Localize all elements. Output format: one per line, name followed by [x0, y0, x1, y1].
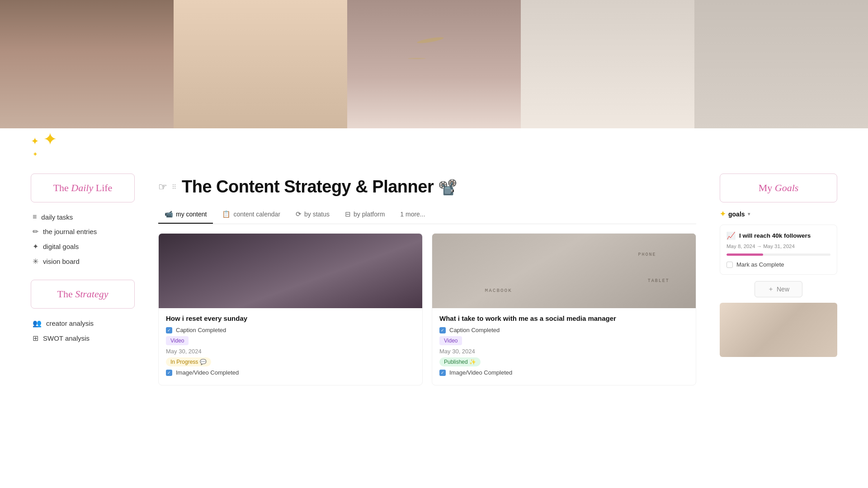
goals-header[interactable]: ✦ goals ▾ — [720, 210, 837, 218]
card-date-2: May 30, 2024 — [439, 348, 689, 355]
drag-handle-icon: ⠿ — [172, 183, 176, 191]
sidebar-item-label: SWOT analysis — [43, 334, 90, 342]
sparkle-decoration: ✦ ✦ ✦ — [0, 128, 868, 164]
goals-section: ✦ goals ▾ 📈 I will reach 40k followers M… — [720, 210, 837, 357]
tab-by-platform[interactable]: ⊟ by platform — [339, 206, 391, 224]
hero-image-5 — [694, 0, 868, 128]
goal-item-1: 📈 I will reach 40k followers May 8, 2024… — [720, 225, 837, 275]
goal-progress-bar-1 — [726, 253, 830, 256]
hero-image-4 — [521, 0, 694, 128]
tab-more[interactable]: 1 more... — [394, 206, 431, 223]
sidebar-item-swot-analysis[interactable]: ⊞ SWOT analysis — [31, 331, 135, 346]
platform-icon: ⊟ — [345, 210, 351, 218]
strategy-title: The Strategy — [57, 288, 108, 300]
tab-content-calendar[interactable]: 📋 content calendar — [216, 206, 287, 224]
page-title-row: ☞ ⠿ The Content Strategy & Planner 📽️ — [158, 164, 696, 206]
card-tag-1: Video — [166, 336, 189, 345]
card-tag-2: Video — [439, 336, 462, 345]
sparkle-icon-tiny: ✦ — [33, 151, 38, 157]
sidebar-item-label: daily tasks — [41, 213, 73, 221]
hero-image-1 — [0, 0, 174, 128]
image-label-2: Image/Video Completed — [449, 369, 512, 376]
chart-icon: 📈 — [726, 231, 736, 240]
sidebar-item-label: vision board — [43, 258, 80, 265]
caption-label-1: Caption Completed — [176, 327, 226, 333]
people-icon: 👥 — [33, 319, 42, 328]
hand-cursor-icon: ☞ — [158, 181, 167, 193]
left-sidebar: The Daily Life ≡ daily tasks ✏ the journ… — [31, 164, 144, 385]
tabs-bar: 📹 my content 📋 content calendar ⟳ by sta… — [158, 206, 696, 224]
card-caption-row-1: ✓ Caption Completed — [166, 327, 415, 333]
new-button[interactable]: ＋ New — [755, 281, 802, 297]
sidebar-item-creator-analysis[interactable]: 👥 creator analysis — [31, 316, 135, 331]
card-caption-row-2: ✓ Caption Completed — [439, 327, 689, 333]
image-checkbox-2: ✓ — [439, 370, 446, 376]
caption-checkbox-1: ✓ — [166, 327, 172, 333]
sparkle-icon: ✳ — [33, 257, 38, 266]
sidebar-item-digital-goals[interactable]: ✦ digital goals — [31, 239, 135, 254]
new-button-label: New — [777, 286, 789, 293]
daily-life-section-box: The Daily Life — [31, 174, 135, 202]
caption-label-2: Caption Completed — [449, 327, 500, 333]
grid-icon: ⊞ — [33, 334, 38, 343]
content-card-2: PHONE TABLET MACBOOK What i take to work… — [432, 233, 696, 385]
goal-progress-fill-1 — [726, 253, 763, 256]
card-date-1: May 30, 2024 — [166, 348, 415, 355]
plus-icon: ＋ — [768, 285, 774, 293]
card-title-2: What i take to work with me as a social … — [439, 314, 689, 322]
card-status-1: In Progress — [166, 357, 211, 366]
sidebar-item-vision-board[interactable]: ✳ vision board — [31, 254, 135, 269]
content-grid: How i reset every sunday ✓ Caption Compl… — [158, 233, 696, 385]
sidebar-item-daily-tasks[interactable]: ≡ daily tasks — [31, 210, 135, 224]
image-checkbox-1: ✓ — [166, 370, 172, 376]
card-image-done-row-1: ✓ Image/Video Completed — [166, 369, 415, 376]
chevron-down-icon: ▾ — [748, 211, 750, 216]
hero-image-3 — [347, 0, 521, 128]
pencil-icon: ✏ — [33, 227, 38, 236]
new-button-area: ＋ New — [720, 281, 837, 297]
mark-complete-label: Mark as Complete — [736, 261, 784, 268]
card-image-2: PHONE TABLET MACBOOK — [432, 234, 696, 308]
star-icon: ✦ — [33, 242, 38, 251]
goals-title: My Goals — [759, 182, 799, 193]
video-icon: 📹 — [165, 210, 173, 218]
card-tag-row-2: Video — [439, 336, 689, 345]
card-tag-row-1: Video — [166, 336, 415, 345]
card-body-2: What i take to work with me as a social … — [432, 308, 696, 385]
card-status-row-2: Published — [439, 357, 689, 366]
center-content: ☞ ⠿ The Content Strategy & Planner 📽️ 📹 … — [144, 164, 711, 385]
star-icon: ✦ — [720, 210, 726, 218]
calendar-icon: 📋 — [222, 210, 231, 218]
goal-image-placeholder — [720, 303, 837, 357]
strategy-section-box: The Strategy — [31, 280, 135, 309]
main-container: The Daily Life ≡ daily tasks ✏ the journ… — [0, 164, 868, 385]
content-card-1: How i reset every sunday ✓ Caption Compl… — [158, 233, 423, 385]
goals-box: My Goals — [720, 174, 837, 202]
sidebar-item-journal-entries[interactable]: ✏ the journal entries — [31, 224, 135, 239]
hero-image-2 — [174, 0, 347, 128]
card-status-row-1: In Progress — [166, 357, 415, 366]
status-icon: ⟳ — [296, 210, 302, 218]
page-title: The Content Strategy & Planner 📽️ — [182, 177, 457, 197]
card-image-done-row-2: ✓ Image/Video Completed — [439, 369, 689, 376]
strategy-menu: 👥 creator analysis ⊞ SWOT analysis — [31, 316, 135, 346]
sparkle-icon-large: ✦ — [43, 131, 57, 148]
tab-my-content[interactable]: 📹 my content — [158, 206, 213, 224]
sidebar-item-label: digital goals — [43, 243, 79, 250]
image-label-1: Image/Video Completed — [176, 369, 239, 376]
list-icon: ≡ — [33, 213, 37, 221]
daily-life-title: The Daily Life — [53, 182, 113, 193]
page-title-emoji: 📽️ — [438, 178, 457, 196]
card-status-2: Published — [439, 357, 481, 366]
sparkle-icon-small: ✦ — [31, 136, 39, 146]
sidebar-item-label: creator analysis — [46, 319, 94, 327]
tab-by-status[interactable]: ⟳ by status — [289, 206, 336, 224]
goal-name-1: 📈 I will reach 40k followers — [726, 231, 830, 240]
card-body-1: How i reset every sunday ✓ Caption Compl… — [159, 308, 422, 385]
hero-strip — [0, 0, 868, 128]
card-title-1: How i reset every sunday — [166, 314, 415, 322]
mark-complete-row: Mark as Complete — [726, 261, 830, 268]
card-image-1 — [159, 234, 422, 308]
mark-complete-checkbox[interactable] — [726, 262, 733, 268]
goals-label: goals — [728, 211, 745, 218]
